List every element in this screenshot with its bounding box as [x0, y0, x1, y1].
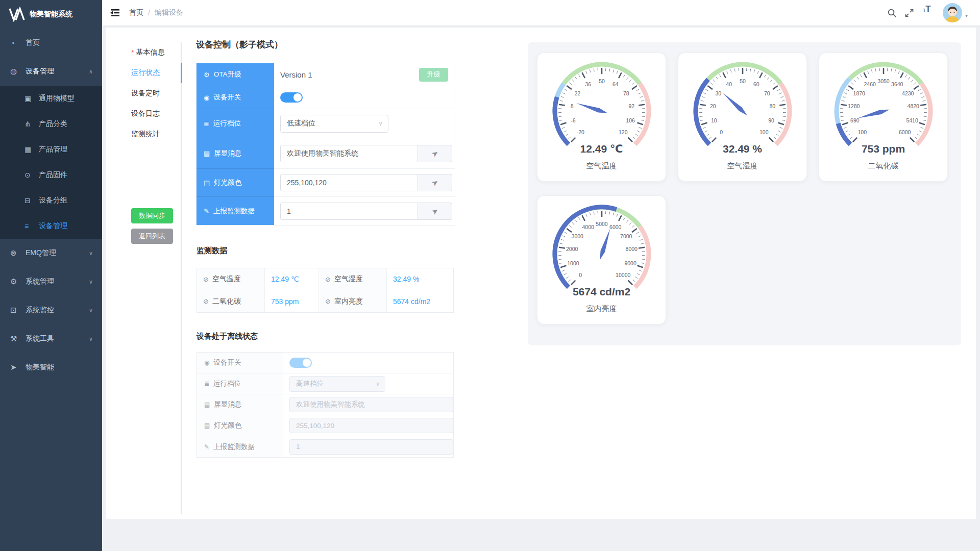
gauge-value-co2: 753 ppm [819, 143, 947, 155]
report-data-input[interactable] [280, 203, 418, 220]
svg-text:-6: -6 [571, 117, 575, 123]
svg-text:6000: 6000 [899, 129, 911, 135]
fullscreen-icon[interactable] [901, 4, 918, 21]
send-message-button[interactable]: ➤ [418, 145, 452, 162]
app-logo[interactable]: 物美智能系统 [0, 0, 102, 29]
ota-row: ⚙ OTA升级 Version 1 升级 [197, 63, 455, 86]
svg-text:10: 10 [711, 117, 717, 123]
breadcrumb: 首页 / 编辑设备 [129, 8, 183, 17]
gauge-title-co2: 二氧化碳 [819, 161, 947, 171]
sidebar-item-emq[interactable]: ⊗ EMQ管理 ∨ [0, 239, 102, 267]
screen-message-label: ▤ 屏显消息 [197, 138, 274, 169]
breadcrumb-current: 编辑设备 [155, 8, 183, 17]
product-management-icon: ▦ [24, 145, 37, 154]
gauge-title-air-humidity: 空气湿度 [678, 161, 806, 171]
svg-text:92: 92 [628, 103, 634, 109]
sidebar-item-product-category[interactable]: ⋔ 产品分类 [0, 111, 102, 137]
sidebar-item-product-firmware[interactable]: ⊙ 产品固件 [0, 162, 102, 188]
svg-text:78: 78 [623, 90, 629, 96]
offline-message-label: ▤ 屏显消息 [197, 394, 283, 415]
back-to-list-button[interactable]: 返回列表 [131, 229, 173, 244]
user-avatar[interactable]: ▾ [943, 3, 968, 22]
svg-text:50: 50 [740, 78, 746, 84]
gauge-chart-air-temperature: -20-68223650647892106120 [543, 56, 660, 151]
document-icon: ▤ [204, 149, 210, 157]
send-color-button[interactable]: ➤ [418, 174, 452, 191]
sidebar-item-wumei-smart[interactable]: ➤ 物美智能 [0, 353, 102, 382]
offline-report-input: 1 [289, 439, 453, 455]
sidebar-item-system-monitor[interactable]: ⊡ 系统监控 ∨ [0, 296, 102, 324]
svg-text:90: 90 [768, 117, 774, 123]
send-report-button[interactable]: ➤ [418, 203, 452, 220]
light-color-input[interactable] [280, 174, 418, 191]
tab-running-status[interactable]: 运行状态 [131, 63, 180, 83]
svg-text:1280: 1280 [848, 103, 860, 109]
chevron-up-icon: ∧ [89, 68, 93, 75]
svg-text:9000: 9000 [624, 260, 636, 266]
tab-device-timer[interactable]: 设备定时 [131, 83, 180, 104]
sidebar-collapse-icon[interactable] [110, 8, 120, 17]
svg-text:2460: 2460 [864, 81, 876, 87]
sidebar-item-system-tools[interactable]: ⚒ 系统工具 ∨ [0, 324, 102, 353]
meter-icon: ⊘ [325, 276, 331, 283]
offline-switch-toggle [289, 358, 312, 368]
svg-text:1000: 1000 [567, 260, 579, 266]
svg-text:2000: 2000 [566, 246, 578, 252]
offline-gear-select: 高速档位 ∨ [289, 376, 385, 392]
tab-monitor-stats[interactable]: 监测统计 [131, 124, 180, 144]
screen-message-input[interactable] [280, 145, 418, 162]
gauge-card-air-temperature: -20-6822365064789210612012.49 ℃空气温度 [537, 53, 666, 182]
offline-color-label: ▤ 灯光颜色 [197, 415, 283, 436]
gauge-card-air-humidity: 010203040506070809010032.49 %空气湿度 [678, 53, 807, 182]
breadcrumb-separator: / [148, 9, 150, 17]
chevron-down-icon: ∨ [378, 120, 383, 127]
upgrade-button[interactable]: 升级 [419, 68, 448, 82]
firmware-icon: ⚙ [204, 71, 210, 79]
svg-text:-20: -20 [577, 129, 584, 135]
sidebar-item-thing-model[interactable]: ▣ 通用物模型 [0, 86, 102, 111]
gear-level-row: ≣ 运行档位 低速档位 ∨ [197, 109, 455, 138]
gauge-value-air-humidity: 32.49 % [678, 143, 806, 155]
svg-text:20: 20 [710, 103, 716, 109]
tab-device-log[interactable]: 设备日志 [131, 104, 180, 124]
tools-icon: ⚒ [10, 334, 22, 343]
svg-text:0: 0 [720, 129, 723, 135]
monitor-value-temperature: 12.49 ℃ [265, 268, 319, 290]
gear-level-label: ≣ 运行档位 [197, 109, 274, 138]
gauge-needle [600, 229, 610, 260]
data-sync-button[interactable]: 数据同步 [131, 208, 173, 223]
meter-icon: ⊘ [203, 297, 209, 305]
breadcrumb-home[interactable]: 首页 [129, 8, 143, 17]
sidebar-item-device-group[interactable]: ⊟ 设备分组 [0, 188, 102, 213]
gear-level-select[interactable]: 低速档位 ∨ [280, 115, 388, 133]
monitor-label-co2: ⊘ 二氧化碳 [197, 290, 265, 312]
svg-text:4000: 4000 [582, 224, 595, 230]
offline-color-row: ▤ 灯光颜色 255,100,120 [197, 415, 453, 436]
font-size-icon[interactable]: т T [918, 4, 936, 21]
svg-text:4820: 4820 [908, 103, 920, 109]
svg-text:3640: 3640 [891, 81, 903, 87]
sidebar-item-device-management[interactable]: ◍ 设备管理 ∧ [0, 57, 102, 86]
tab-basic-info[interactable]: * 基本信息 [131, 42, 180, 63]
svg-text:1870: 1870 [853, 90, 866, 96]
svg-text:5000: 5000 [596, 221, 608, 227]
light-color-label: ▤ 灯光颜色 [197, 169, 274, 197]
sidebar-item-system-management[interactable]: ⚙ 系统管理 ∨ [0, 267, 102, 296]
gauge-title-air-temperature: 空气温度 [537, 161, 666, 171]
search-icon[interactable] [884, 4, 901, 21]
thing-model-icon: ▣ [24, 94, 37, 103]
gauge-needle [576, 103, 607, 113]
svg-text:4230: 4230 [902, 90, 914, 96]
svg-text:64: 64 [612, 81, 619, 87]
gauge-card-co2: 1006901280187024603050364042304820541060… [819, 53, 948, 182]
meter-icon: ⊘ [203, 276, 209, 283]
sidebar-item-product-management[interactable]: ▦ 产品管理 [0, 137, 102, 162]
emq-icon: ⊗ [10, 248, 22, 258]
svg-text:8000: 8000 [626, 246, 638, 252]
gauge-value-brightness: 5674 cd/m2 [537, 286, 666, 298]
sidebar-item-device-list[interactable]: ≡ 设备管理 [0, 213, 102, 239]
device-switch-toggle[interactable] [280, 92, 303, 103]
app-title: 物美智能系统 [30, 10, 72, 19]
screen-message-row: ▤ 屏显消息 ➤ [197, 138, 455, 169]
sidebar-item-home[interactable]: ◔ 首页 [0, 29, 102, 57]
